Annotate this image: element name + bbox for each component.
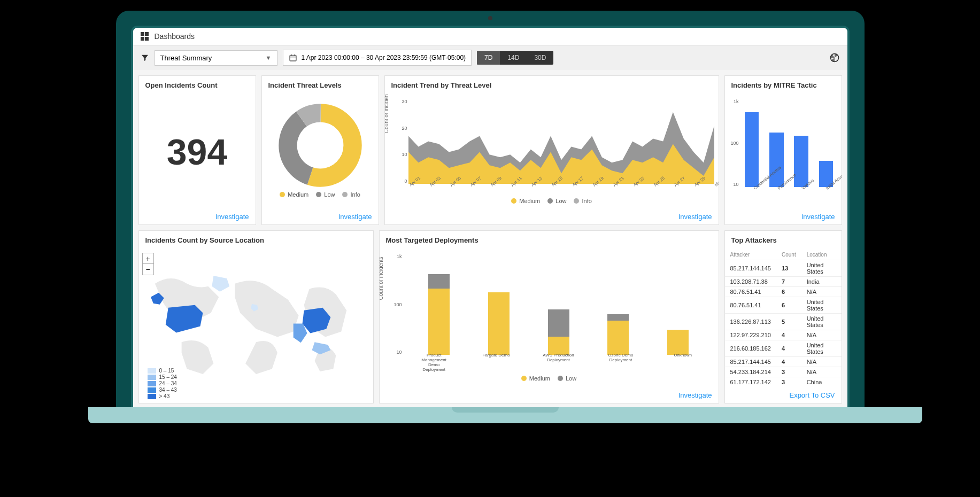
calendar-icon <box>289 53 297 62</box>
range-toggle: 7D 14D 30D <box>477 51 553 65</box>
dashboard-select-label: Threat Summary <box>160 54 212 62</box>
svg-rect-0 <box>290 55 296 61</box>
range-30d[interactable]: 30D <box>527 51 553 65</box>
legend-medium: Medium <box>529 375 550 382</box>
screenshot-icon[interactable] <box>829 52 840 63</box>
card-open-incidents: Open Incidents Count 394 Investigate <box>138 75 256 225</box>
x-ticks: Apr 01Apr 03Apr 05Apr 07Apr 09Apr 11Apr … <box>408 184 714 195</box>
attackers-table: Attacker Count Location 85.217.144.14513… <box>725 250 842 387</box>
dashboards-icon <box>141 32 149 41</box>
y-axis-label: Count of Incidents <box>380 257 384 300</box>
table-row[interactable]: 103.208.71.387India <box>725 277 842 287</box>
map-zoom: + − <box>142 253 154 275</box>
legend: Medium Low Info <box>385 195 719 207</box>
card-source-location-map: Incidents Count by Source Location + − <box>138 230 374 403</box>
page-title: Dashboards <box>155 32 195 41</box>
table-row[interactable]: 80.76.51.416N/A <box>725 287 842 297</box>
x-labels: Product Management Demo DeploymentFargat… <box>403 353 714 372</box>
card-title: Top Attackers <box>725 231 842 250</box>
col-attacker: Attacker <box>725 250 776 260</box>
range-14d[interactable]: 14D <box>500 51 527 65</box>
stacked-bar-chart <box>403 254 714 355</box>
table-row[interactable]: 80.76.51.416United States <box>725 297 842 314</box>
export-csv-link[interactable]: Export To CSV <box>789 391 835 399</box>
map-legend: 0 – 15 15 – 24 24 – 34 34 – 43 > 43 <box>148 367 177 400</box>
table-row[interactable]: 54.233.184.2143N/A <box>725 367 842 377</box>
bar-chart <box>741 99 837 187</box>
table-row[interactable]: 216.60.185.1624United States <box>725 340 842 357</box>
card-title: Incident Threat Levels <box>262 76 379 95</box>
card-incident-trend: Incident Trend by Threat Level Count of … <box>384 75 719 225</box>
y-axis-label: Count of Incidents <box>385 95 389 133</box>
table-row[interactable]: 136.226.87.1135United States <box>725 314 842 330</box>
legend-info: Info <box>582 198 591 204</box>
table-row[interactable]: 122.97.229.2104N/A <box>725 330 842 340</box>
filter-icon <box>141 53 149 62</box>
legend: Medium Low Info <box>280 188 360 201</box>
card-mitre-tactic: Incidents by MITRE Tactic 1k10010 <box>724 75 842 225</box>
zoom-in-button[interactable]: + <box>143 253 153 264</box>
date-range-picker[interactable]: 1 Apr 2023 00:00:00 – 30 Apr 2023 23:59:… <box>283 50 472 66</box>
legend-low: Low <box>555 198 566 204</box>
legend-low: Low <box>324 191 335 198</box>
donut-chart <box>277 103 363 188</box>
legend: Medium Low <box>380 372 719 385</box>
zoom-out-button[interactable]: − <box>143 264 153 275</box>
legend-info: Info <box>350 191 360 198</box>
investigate-link[interactable]: Investigate <box>678 213 712 221</box>
top-bar: Dashboards <box>133 28 847 45</box>
col-location: Location <box>801 250 842 260</box>
legend-medium: Medium <box>288 191 308 198</box>
legend-low: Low <box>566 375 576 382</box>
open-incidents-value: 394 <box>139 95 256 208</box>
card-threat-levels: Incident Threat Levels Medium Low Info <box>261 75 379 225</box>
y-ticks: 1k10010 <box>389 254 402 355</box>
col-count: Count <box>776 250 801 260</box>
y-ticks: 3020100 <box>395 99 407 184</box>
chevron-down-icon: ▼ <box>266 55 272 61</box>
dashboard-select[interactable]: Threat Summary ▼ <box>155 50 277 66</box>
investigate-link[interactable]: Investigate <box>215 213 249 221</box>
card-deployments: Most Targeted Deployments Count of Incid… <box>379 230 719 403</box>
date-range-text: 1 Apr 2023 00:00:00 – 30 Apr 2023 23:59:… <box>302 54 466 61</box>
card-title: Most Targeted Deployments <box>380 231 719 250</box>
table-row[interactable]: 85.217.144.14513United States <box>725 260 842 277</box>
card-title: Incidents by MITRE Tactic <box>725 76 842 95</box>
legend-medium: Medium <box>519 198 540 204</box>
area-chart <box>408 99 714 184</box>
card-title: Incident Trend by Threat Level <box>385 76 719 95</box>
investigate-link[interactable]: Investigate <box>801 213 835 221</box>
range-7d[interactable]: 7D <box>477 51 500 65</box>
y-ticks: 1k10010 <box>727 99 739 187</box>
toolbar: Threat Summary ▼ 1 Apr 2023 00:00:00 – 3… <box>133 45 847 70</box>
x-labels: Credential AccessPersistenceVariousIniti… <box>741 187 837 208</box>
table-row[interactable]: 85.217.144.1454N/A <box>725 357 842 367</box>
card-title: Incidents Count by Source Location <box>139 231 373 250</box>
card-top-attackers: Top Attackers Attacker Count Location 85… <box>724 230 842 403</box>
card-title: Open Incidents Count <box>139 76 256 95</box>
investigate-link[interactable]: Investigate <box>338 213 372 221</box>
investigate-link[interactable]: Investigate <box>678 391 712 399</box>
table-row[interactable]: 61.177.172.1423China <box>725 377 842 387</box>
